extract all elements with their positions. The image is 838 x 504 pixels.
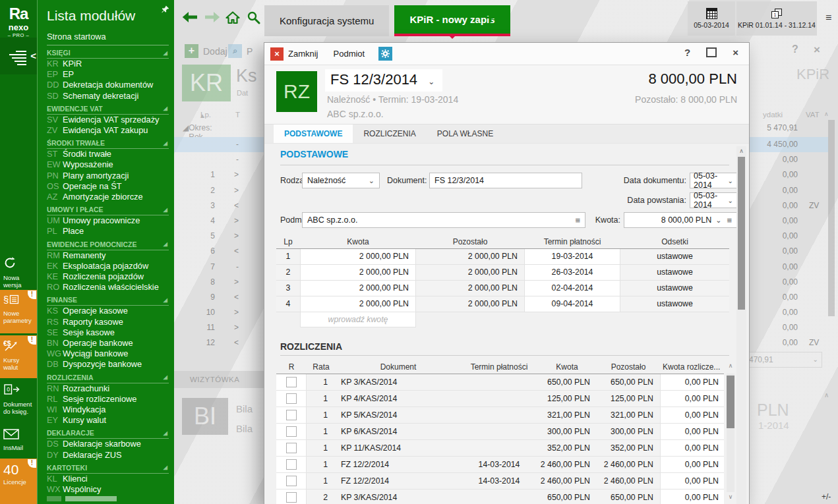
sidebar-item-sesje-rozliczeniowe[interactable]: RLSesje rozliczeniowe <box>47 394 169 405</box>
installment-row[interactable]: 12 000,00 PLN2 000,00 PLN19-03-2014ustaw… <box>276 249 729 265</box>
bg-wizytowka-bar[interactable]: WIZYTÓWKA <box>174 371 264 388</box>
cell-kwota[interactable]: 2 000,00 PLN <box>300 281 416 296</box>
back-arrow-icon[interactable] <box>182 11 198 26</box>
sidebar-item-sesje-kasowe[interactable]: SESesje kasowe <box>47 327 169 338</box>
bg-grid-row[interactable]: - <box>174 137 264 152</box>
cell-rozliczona[interactable]: 0,00 PLN <box>660 457 724 472</box>
active-module-indicator[interactable]: < <box>0 38 37 74</box>
sidebar-item-ewidencja-vat-zakupu[interactable]: ZVEwidencja VAT zakupu <box>47 125 169 136</box>
bg-grid-row[interactable]: 7- <box>174 260 264 275</box>
podmiot-input[interactable]: ABC sp.z.o.o. ≡ <box>302 212 585 228</box>
bg-grid-row[interactable]: 1> <box>174 167 264 182</box>
checkbox[interactable] <box>286 377 297 387</box>
module-section-header[interactable]: DEKLARACJE◢ <box>47 428 169 439</box>
data-powstania-select[interactable]: 05-03-2014 ⌄ <box>690 192 737 208</box>
period-widget[interactable]: 1 KPiR 01.01.14 - 31.12.14 <box>736 1 817 36</box>
module-section-header[interactable]: UMOWY I PŁACE◢ <box>47 205 169 215</box>
gear-icon[interactable] <box>378 47 392 61</box>
bg-scroll-up-icon[interactable]: ∧ <box>824 111 829 117</box>
sidebar-item-kpir[interactable]: KRKPiR <box>47 59 169 69</box>
cell-odsetki[interactable]: ustawowe <box>620 265 729 280</box>
rodzaj-select[interactable]: Należność ⌄ <box>302 173 380 188</box>
pin-icon[interactable] <box>161 5 169 16</box>
rozliczenie-row[interactable]: 1FZ 12/2/201414-03-20142 460,00 PLN2 460… <box>276 473 724 490</box>
kwota-placeholder[interactable]: wprowadź kwotę <box>300 312 416 327</box>
cell-odsetki[interactable]: ustawowe <box>620 281 729 296</box>
installment-row[interactable]: 42 000,00 PLN2 000,00 PLN09-04-2014ustaw… <box>276 296 729 312</box>
rozliczenie-row[interactable]: 1KP 3/KAS/2014650,00 PLN650,00 PLN0,00 P… <box>276 374 724 391</box>
close-document-icon[interactable]: × <box>270 47 284 61</box>
cell-rozliczona[interactable]: 0,00 PLN <box>660 490 724 504</box>
sidebar-item-klienci[interactable]: KLKlienci <box>47 474 169 484</box>
bg-grid-row[interactable]: 4> <box>174 213 264 229</box>
sidebar-item-wyci-gi-bankowe[interactable]: WGWyciągi bankowe <box>47 349 169 359</box>
sidebar-item-wyposa-enie[interactable]: EWWyposażenie <box>47 159 169 170</box>
bg-grid-row[interactable]: 8> <box>174 275 264 290</box>
cell-odsetki[interactable]: ustawowe <box>620 296 729 312</box>
sidebar-item-remanenty[interactable]: RMRemanenty <box>47 250 169 261</box>
inner-scroll-down-icon[interactable]: ∨ <box>726 493 735 500</box>
bg-grid-row[interactable]: 11> <box>174 320 264 335</box>
inner-scrollbar-thumb[interactable] <box>727 376 734 428</box>
bg-grid-row[interactable]: 5> <box>174 229 264 244</box>
bg-grid-row[interactable]: - <box>174 152 264 167</box>
checkbox[interactable] <box>286 426 297 437</box>
bg-scrollbar-thumb[interactable] <box>828 120 835 316</box>
dialog-maximize-button[interactable] <box>706 47 717 57</box>
data-dokumentu-select[interactable]: 05-03-2014 ⌄ <box>690 173 737 188</box>
dialog-tab-rozliczenia[interactable]: ROZLICZENIA <box>353 125 426 143</box>
dialog-help-button[interactable]: ? <box>684 47 690 58</box>
sidebar-item-windykacja[interactable]: WIWindykacja <box>47 405 169 415</box>
bg-group-row[interactable]: ◢ Okres: Rok 2014 <box>183 123 189 132</box>
podmiot-menu-item[interactable]: Podmiot <box>334 49 365 59</box>
rail-shortcut-nowe-parametry[interactable]: §Nowe parametry! <box>0 290 37 333</box>
checkbox[interactable] <box>286 476 297 486</box>
module-section-header[interactable]: EWIDENCJE VAT◢ <box>47 104 169 115</box>
module-section-header[interactable]: ŚRODKI TRWAŁE◢ <box>47 138 169 149</box>
bg-close-button[interactable]: × <box>814 43 820 57</box>
dialog-close-button[interactable]: × <box>733 47 738 58</box>
sidebar-item-operacje-kasowe[interactable]: KSOperacje kasowe <box>47 306 169 316</box>
sidebar-item-rozliczenia-pojazd-w[interactable]: KERozliczenia pojazdów <box>47 271 169 282</box>
bg-scroll-up2-icon[interactable]: ∧ <box>824 391 829 399</box>
bg-help-button[interactable]: ? <box>792 43 798 55</box>
rail-shortcut-kursy-walut[interactable]: €$Kursy walut! <box>0 335 37 378</box>
sidebar-item-ep[interactable]: EPEP <box>47 69 169 80</box>
rozliczenie-row[interactable]: 1KP 5/KAS/2014321,00 PLN321,00 PLN0,00 P… <box>276 407 724 424</box>
rozliczenie-row[interactable]: 1KP 6/KAS/2014300,00 PLN300,00 PLN0,00 P… <box>276 424 724 440</box>
sidebar-item-kursy-walut[interactable]: EYKursy walut <box>47 415 169 426</box>
dialog-scroll-up-icon[interactable]: ∧ <box>736 148 746 154</box>
search-icon[interactable] <box>247 11 260 27</box>
tab-konfiguracja-systemu[interactable]: Konfiguracja systemu <box>264 5 389 36</box>
kwota-menu-icon[interactable]: ≡ <box>727 215 732 225</box>
date-widget[interactable]: 05-03-2014 <box>688 1 735 36</box>
cell-termin[interactable]: 19-03-2014 <box>524 249 620 264</box>
sidebar-item-umowy-pracownicze[interactable]: UMUmowy pracownicze <box>47 215 169 226</box>
cell-rozliczona[interactable]: 0,00 PLN <box>660 424 724 439</box>
sidebar-item-deklaracje-zus[interactable]: DYDeklaracje ZUS <box>47 450 169 461</box>
dialog-tab-pola-w-asne[interactable]: POLA WŁASNE <box>427 125 504 143</box>
checkbox[interactable] <box>286 410 297 420</box>
document-title-dropdown[interactable]: FS 12/3/2014 ⌄ <box>325 69 442 92</box>
bg-grid-row[interactable]: 12< <box>174 335 264 350</box>
forward-arrow-icon[interactable] <box>204 11 220 26</box>
dialog-tab-podstawowe[interactable]: PODSTAWOWE <box>274 125 353 143</box>
bg-grid-row[interactable]: 2> <box>174 183 264 198</box>
rozliczenie-row[interactable]: 1KP 11/KAS/2014352,00 PLN352,00 PLN0,00 … <box>276 440 724 457</box>
zamknij-menu-item[interactable]: Zamknij <box>288 49 318 59</box>
sidebar-item-ewidencja-vat-sprzeda-y[interactable]: SVEwidencja VAT sprzedaży <box>47 115 169 125</box>
installment-row[interactable]: 22 000,00 PLN2 000,00 PLN26-03-2014ustaw… <box>276 265 729 281</box>
sidebar-item-wsp-lnicy[interactable]: WXWspólnicy <box>47 484 169 495</box>
dialog-scrollbar[interactable]: ∧ <box>736 146 746 504</box>
rozliczenie-row[interactable]: 1FZ 12/2/201414-03-20142 460,00 PLN2 460… <box>276 457 724 473</box>
rail-shortcut-nowa-wersja[interactable]: Nowa wersja <box>0 252 37 287</box>
cell-rozliczona[interactable]: 0,00 PLN <box>660 391 724 406</box>
rozliczenie-row[interactable]: 1KP 4/KAS/2014125,00 PLN125,00 PLN0,00 P… <box>276 391 724 407</box>
cell-termin[interactable]: 02-04-2014 <box>524 281 620 296</box>
bg-grid-row[interactable]: 3< <box>174 198 264 213</box>
dokument-input[interactable]: FS 12/3/2014 <box>429 173 582 188</box>
add-button-label[interactable]: Dodaj <box>203 46 227 57</box>
new-tab-button[interactable]: + <box>485 8 496 28</box>
window-menu-icon[interactable]: ≡ <box>825 12 831 24</box>
add-icon[interactable]: + <box>185 44 198 58</box>
